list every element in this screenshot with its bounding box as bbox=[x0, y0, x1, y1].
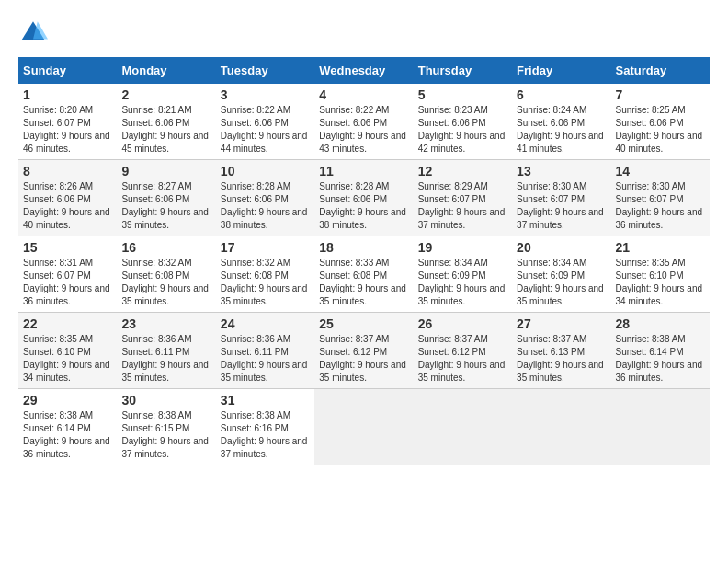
logo bbox=[18, 18, 51, 48]
day-number: 15 bbox=[23, 240, 112, 255]
calendar-week-row: 22Sunrise: 8:35 AMSunset: 6:10 PMDayligh… bbox=[18, 313, 710, 389]
calendar-cell: 28Sunrise: 8:38 AMSunset: 6:14 PMDayligh… bbox=[611, 313, 710, 389]
day-info: Sunrise: 8:31 AMSunset: 6:07 PMDaylight:… bbox=[23, 258, 110, 306]
calendar-cell bbox=[611, 389, 710, 465]
day-info: Sunrise: 8:36 AMSunset: 6:11 PMDaylight:… bbox=[221, 334, 308, 383]
day-info: Sunrise: 8:35 AMSunset: 6:10 PMDaylight:… bbox=[23, 334, 110, 383]
calendar-cell: 4Sunrise: 8:22 AMSunset: 6:06 PMDaylight… bbox=[314, 84, 413, 160]
calendar-table: SundayMondayTuesdayWednesdayThursdayFrid… bbox=[18, 57, 710, 465]
calendar-cell: 23Sunrise: 8:36 AMSunset: 6:11 PMDayligh… bbox=[117, 313, 215, 389]
weekday-header-sunday: Sunday bbox=[18, 57, 117, 84]
day-number: 8 bbox=[23, 164, 112, 178]
calendar-cell: 29Sunrise: 8:38 AMSunset: 6:14 PMDayligh… bbox=[18, 389, 117, 465]
day-number: 25 bbox=[319, 316, 408, 331]
day-info: Sunrise: 8:38 AMSunset: 6:15 PMDaylight:… bbox=[121, 410, 209, 459]
weekday-header-tuesday: Tuesday bbox=[216, 57, 314, 84]
weekday-header-wednesday: Wednesday bbox=[314, 57, 413, 84]
day-info: Sunrise: 8:38 AMSunset: 6:16 PMDaylight:… bbox=[221, 410, 308, 459]
weekday-header-thursday: Thursday bbox=[414, 57, 512, 84]
calendar-cell: 19Sunrise: 8:34 AMSunset: 6:09 PMDayligh… bbox=[414, 236, 512, 313]
day-number: 2 bbox=[121, 87, 210, 102]
day-info: Sunrise: 8:22 AMSunset: 6:06 PMDaylight:… bbox=[319, 105, 406, 154]
day-info: Sunrise: 8:37 AMSunset: 6:13 PMDaylight:… bbox=[517, 334, 604, 383]
day-number: 6 bbox=[517, 87, 606, 102]
day-number: 27 bbox=[517, 316, 606, 331]
calendar-cell: 8Sunrise: 8:26 AMSunset: 6:06 PMDaylight… bbox=[18, 160, 117, 236]
day-info: Sunrise: 8:36 AMSunset: 6:11 PMDaylight:… bbox=[121, 334, 209, 383]
weekday-header-friday: Friday bbox=[512, 57, 610, 84]
day-info: Sunrise: 8:22 AMSunset: 6:06 PMDaylight:… bbox=[221, 105, 308, 154]
calendar-cell: 2Sunrise: 8:21 AMSunset: 6:06 PMDaylight… bbox=[117, 84, 215, 160]
calendar-cell: 26Sunrise: 8:37 AMSunset: 6:12 PMDayligh… bbox=[414, 313, 512, 389]
calendar-cell: 24Sunrise: 8:36 AMSunset: 6:11 PMDayligh… bbox=[216, 313, 314, 389]
day-number: 30 bbox=[121, 393, 210, 408]
day-number: 17 bbox=[221, 240, 310, 255]
calendar-cell: 7Sunrise: 8:25 AMSunset: 6:06 PMDaylight… bbox=[611, 84, 710, 160]
calendar-body: 1Sunrise: 8:20 AMSunset: 6:07 PMDaylight… bbox=[18, 84, 710, 465]
day-info: Sunrise: 8:34 AMSunset: 6:09 PMDaylight:… bbox=[418, 258, 506, 306]
calendar-cell bbox=[314, 389, 413, 465]
day-info: Sunrise: 8:28 AMSunset: 6:06 PMDaylight:… bbox=[221, 181, 308, 230]
calendar-cell bbox=[414, 389, 512, 465]
day-number: 10 bbox=[221, 164, 310, 178]
calendar-week-row: 1Sunrise: 8:20 AMSunset: 6:07 PMDaylight… bbox=[18, 84, 710, 160]
day-info: Sunrise: 8:38 AMSunset: 6:14 PMDaylight:… bbox=[616, 334, 703, 383]
day-info: Sunrise: 8:38 AMSunset: 6:14 PMDaylight:… bbox=[23, 410, 110, 459]
calendar-cell: 14Sunrise: 8:30 AMSunset: 6:07 PMDayligh… bbox=[611, 160, 710, 236]
calendar-cell bbox=[512, 389, 610, 465]
day-info: Sunrise: 8:28 AMSunset: 6:06 PMDaylight:… bbox=[319, 181, 406, 230]
day-info: Sunrise: 8:37 AMSunset: 6:12 PMDaylight:… bbox=[319, 334, 406, 383]
calendar-cell: 3Sunrise: 8:22 AMSunset: 6:06 PMDaylight… bbox=[216, 84, 314, 160]
day-number: 11 bbox=[319, 164, 408, 178]
calendar-cell: 10Sunrise: 8:28 AMSunset: 6:06 PMDayligh… bbox=[216, 160, 314, 236]
calendar-cell: 17Sunrise: 8:32 AMSunset: 6:08 PMDayligh… bbox=[216, 236, 314, 313]
calendar-cell: 9Sunrise: 8:27 AMSunset: 6:06 PMDaylight… bbox=[117, 160, 215, 236]
calendar-cell: 1Sunrise: 8:20 AMSunset: 6:07 PMDaylight… bbox=[18, 84, 117, 160]
calendar-week-row: 29Sunrise: 8:38 AMSunset: 6:14 PMDayligh… bbox=[18, 389, 710, 465]
calendar-cell: 20Sunrise: 8:34 AMSunset: 6:09 PMDayligh… bbox=[512, 236, 610, 313]
calendar-cell: 21Sunrise: 8:35 AMSunset: 6:10 PMDayligh… bbox=[611, 236, 710, 313]
day-info: Sunrise: 8:32 AMSunset: 6:08 PMDaylight:… bbox=[121, 258, 209, 306]
day-info: Sunrise: 8:37 AMSunset: 6:12 PMDaylight:… bbox=[418, 334, 506, 383]
day-number: 21 bbox=[616, 240, 705, 255]
day-number: 1 bbox=[23, 87, 112, 102]
calendar-cell: 22Sunrise: 8:35 AMSunset: 6:10 PMDayligh… bbox=[18, 313, 117, 389]
day-number: 24 bbox=[221, 316, 310, 331]
day-info: Sunrise: 8:23 AMSunset: 6:06 PMDaylight:… bbox=[418, 105, 506, 154]
day-info: Sunrise: 8:35 AMSunset: 6:10 PMDaylight:… bbox=[616, 258, 703, 306]
day-info: Sunrise: 8:33 AMSunset: 6:08 PMDaylight:… bbox=[319, 258, 406, 306]
calendar-cell: 12Sunrise: 8:29 AMSunset: 6:07 PMDayligh… bbox=[414, 160, 512, 236]
day-info: Sunrise: 8:21 AMSunset: 6:06 PMDaylight:… bbox=[121, 105, 209, 154]
day-info: Sunrise: 8:25 AMSunset: 6:06 PMDaylight:… bbox=[616, 105, 703, 154]
calendar-cell: 13Sunrise: 8:30 AMSunset: 6:07 PMDayligh… bbox=[512, 160, 610, 236]
calendar-cell: 30Sunrise: 8:38 AMSunset: 6:15 PMDayligh… bbox=[117, 389, 215, 465]
calendar-cell: 25Sunrise: 8:37 AMSunset: 6:12 PMDayligh… bbox=[314, 313, 413, 389]
day-number: 12 bbox=[418, 164, 507, 178]
day-info: Sunrise: 8:34 AMSunset: 6:09 PMDaylight:… bbox=[517, 258, 604, 306]
calendar-header: SundayMondayTuesdayWednesdayThursdayFrid… bbox=[18, 57, 710, 84]
day-info: Sunrise: 8:32 AMSunset: 6:08 PMDaylight:… bbox=[221, 258, 308, 306]
calendar-cell: 11Sunrise: 8:28 AMSunset: 6:06 PMDayligh… bbox=[314, 160, 413, 236]
svg-marker-1 bbox=[33, 21, 48, 39]
day-number: 22 bbox=[23, 316, 112, 331]
calendar-cell: 6Sunrise: 8:24 AMSunset: 6:06 PMDaylight… bbox=[512, 84, 610, 160]
day-number: 28 bbox=[616, 316, 705, 331]
calendar-week-row: 8Sunrise: 8:26 AMSunset: 6:06 PMDaylight… bbox=[18, 160, 710, 236]
day-number: 23 bbox=[121, 316, 210, 331]
day-number: 31 bbox=[221, 393, 310, 408]
day-number: 29 bbox=[23, 393, 112, 408]
day-number: 3 bbox=[221, 87, 310, 102]
day-number: 9 bbox=[121, 164, 210, 178]
day-info: Sunrise: 8:29 AMSunset: 6:07 PMDaylight:… bbox=[418, 181, 506, 230]
day-number: 7 bbox=[616, 87, 705, 102]
day-info: Sunrise: 8:20 AMSunset: 6:07 PMDaylight:… bbox=[23, 105, 110, 154]
day-number: 18 bbox=[319, 240, 408, 255]
day-number: 13 bbox=[517, 164, 606, 178]
day-info: Sunrise: 8:24 AMSunset: 6:06 PMDaylight:… bbox=[517, 105, 604, 154]
day-number: 16 bbox=[121, 240, 210, 255]
day-number: 20 bbox=[517, 240, 606, 255]
day-number: 4 bbox=[319, 87, 408, 102]
day-info: Sunrise: 8:30 AMSunset: 6:07 PMDaylight:… bbox=[616, 181, 703, 230]
weekday-header-saturday: Saturday bbox=[611, 57, 710, 84]
day-info: Sunrise: 8:30 AMSunset: 6:07 PMDaylight:… bbox=[517, 181, 604, 230]
